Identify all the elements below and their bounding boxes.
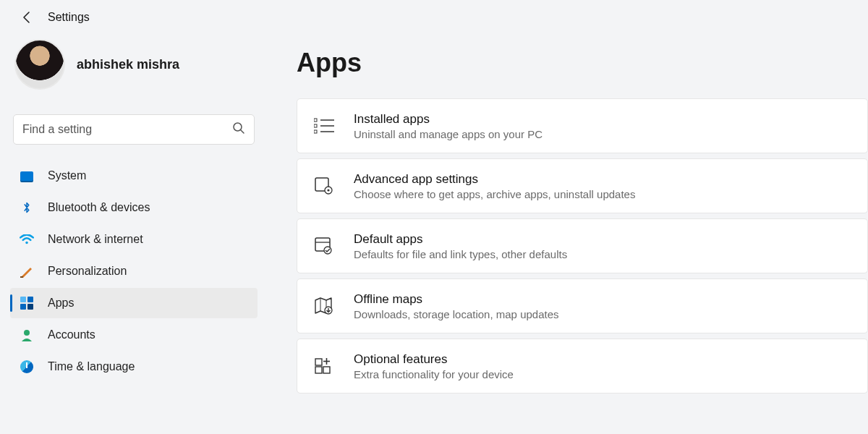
bluetooth-icon bbox=[19, 200, 35, 216]
main-content: Apps Installed apps Uninstall and manage… bbox=[268, 29, 868, 434]
search-box[interactable] bbox=[13, 114, 255, 145]
back-icon[interactable] bbox=[20, 10, 35, 25]
nav-label: Network & internet bbox=[48, 233, 143, 246]
nav-item-personalization[interactable]: Personalization bbox=[10, 256, 258, 286]
card-optional-features[interactable]: Optional features Extra functionality fo… bbox=[297, 339, 868, 393]
svg-rect-3 bbox=[20, 276, 23, 278]
svg-rect-21 bbox=[315, 367, 322, 373]
card-title: Optional features bbox=[354, 352, 514, 367]
profile-name: abhishek mishra bbox=[77, 57, 179, 72]
card-installed-apps[interactable]: Installed apps Uninstall and manage apps… bbox=[297, 98, 868, 153]
card-title: Default apps bbox=[354, 232, 567, 247]
nav-item-time-language[interactable]: Time & language bbox=[10, 352, 258, 382]
page-title: Apps bbox=[297, 48, 868, 78]
svg-point-4 bbox=[24, 330, 30, 336]
installed-apps-icon bbox=[313, 115, 335, 137]
window-title: Settings bbox=[48, 11, 90, 24]
search-icon[interactable] bbox=[232, 122, 245, 137]
svg-line-1 bbox=[241, 130, 244, 133]
system-icon bbox=[19, 168, 35, 184]
nav-label: Accounts bbox=[48, 328, 95, 341]
card-subtitle: Extra functionality for your device bbox=[354, 368, 514, 380]
cards-list: Installed apps Uninstall and manage apps… bbox=[297, 98, 868, 393]
nav-label: Bluetooth & devices bbox=[48, 201, 150, 214]
search-input[interactable] bbox=[22, 123, 232, 136]
wifi-icon bbox=[19, 231, 35, 247]
nav-label: Time & language bbox=[48, 360, 135, 373]
svg-point-13 bbox=[327, 189, 329, 191]
card-advanced-app-settings[interactable]: Advanced app settings Choose where to ge… bbox=[297, 158, 868, 213]
default-apps-icon bbox=[313, 235, 335, 257]
optional-features-icon bbox=[313, 355, 335, 377]
nav-item-system[interactable]: System bbox=[10, 161, 258, 191]
nav-item-bluetooth[interactable]: Bluetooth & devices bbox=[10, 192, 258, 223]
svg-point-2 bbox=[25, 242, 28, 244]
card-subtitle: Defaults for file and link types, other … bbox=[354, 248, 567, 260]
card-title: Installed apps bbox=[354, 112, 542, 127]
nav-label: Apps bbox=[48, 297, 74, 310]
card-title: Offline maps bbox=[354, 292, 559, 307]
nav-item-apps[interactable]: Apps bbox=[10, 288, 258, 318]
advanced-app-settings-icon bbox=[313, 175, 335, 197]
profile-block[interactable]: abhishek mishra bbox=[10, 36, 258, 97]
svg-rect-9 bbox=[314, 130, 317, 133]
card-subtitle: Downloads, storage location, map updates bbox=[354, 308, 559, 320]
card-subtitle: Choose where to get apps, archive apps, … bbox=[354, 188, 635, 200]
time-language-icon bbox=[19, 359, 35, 375]
svg-rect-7 bbox=[314, 124, 317, 127]
accounts-icon bbox=[19, 327, 35, 343]
nav-item-network[interactable]: Network & internet bbox=[10, 224, 258, 255]
card-subtitle: Uninstall and manage apps on your PC bbox=[354, 128, 542, 140]
card-offline-maps[interactable]: Offline maps Downloads, storage location… bbox=[297, 278, 868, 333]
nav-item-accounts[interactable]: Accounts bbox=[10, 320, 258, 350]
sidebar: abhishek mishra System Bluetooth & devic… bbox=[0, 29, 268, 434]
nav: System Bluetooth & devices Network & int… bbox=[10, 161, 258, 382]
card-default-apps[interactable]: Default apps Defaults for file and link … bbox=[297, 218, 868, 273]
apps-icon bbox=[19, 295, 35, 311]
nav-label: Personalization bbox=[48, 265, 127, 278]
offline-maps-icon bbox=[313, 295, 335, 317]
avatar bbox=[14, 39, 65, 90]
personalization-icon bbox=[19, 263, 35, 279]
titlebar: Settings bbox=[0, 0, 868, 29]
nav-label: System bbox=[48, 169, 86, 182]
svg-rect-5 bbox=[314, 119, 317, 122]
card-title: Advanced app settings bbox=[354, 172, 635, 187]
svg-rect-20 bbox=[315, 359, 322, 365]
svg-point-0 bbox=[234, 123, 242, 131]
svg-rect-22 bbox=[323, 367, 330, 373]
